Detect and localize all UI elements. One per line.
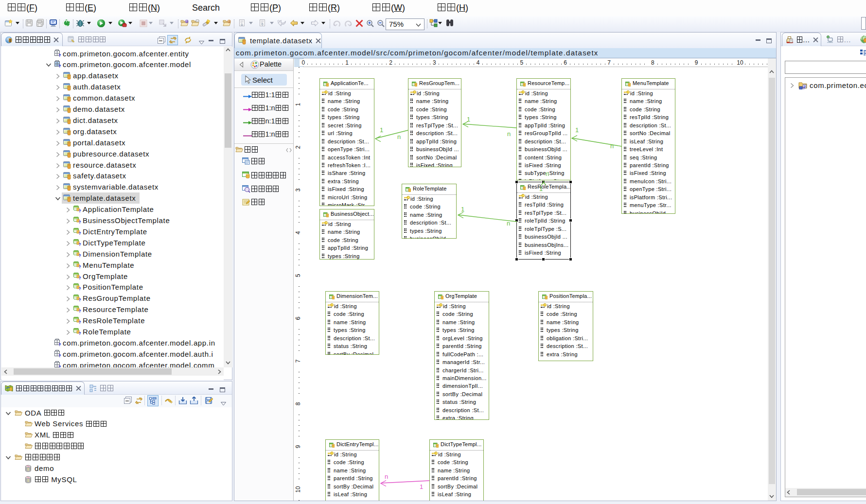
svg-text:n: n: [507, 220, 510, 227]
svg-text:?: ?: [79, 331, 81, 335]
svg-text:?: ?: [79, 209, 81, 213]
svg-text:?: ?: [79, 230, 81, 235]
svg-text:?: ?: [79, 242, 81, 246]
svg-text:1: 1: [461, 206, 464, 213]
svg-text:?: ?: [79, 264, 81, 268]
svg-text:?: ?: [58, 342, 61, 347]
svg-text:?: ?: [79, 297, 81, 302]
svg-text:?: ?: [803, 87, 805, 89]
svg-text:n: n: [507, 130, 511, 138]
svg-text:n: n: [610, 142, 614, 150]
svg-text:?: ?: [79, 275, 81, 279]
svg-text:1: 1: [467, 116, 470, 123]
svg-text:1: 1: [575, 126, 579, 134]
svg-text:n: n: [546, 170, 549, 177]
svg-text:?: ?: [79, 220, 81, 224]
svg-text:?: ?: [79, 253, 81, 257]
svg-text:1: 1: [420, 483, 423, 490]
svg-text:?: ?: [58, 53, 61, 57]
svg-text:1: 1: [380, 126, 383, 134]
svg-text:1: 1: [539, 185, 543, 192]
svg-text:n: n: [397, 133, 401, 140]
svg-text:?: ?: [79, 320, 81, 324]
svg-text:?: ?: [58, 353, 61, 358]
svg-text:?: ?: [79, 286, 81, 291]
svg-text:n: n: [385, 473, 388, 480]
svg-text:?: ?: [58, 64, 61, 68]
svg-text:?: ?: [79, 309, 81, 313]
